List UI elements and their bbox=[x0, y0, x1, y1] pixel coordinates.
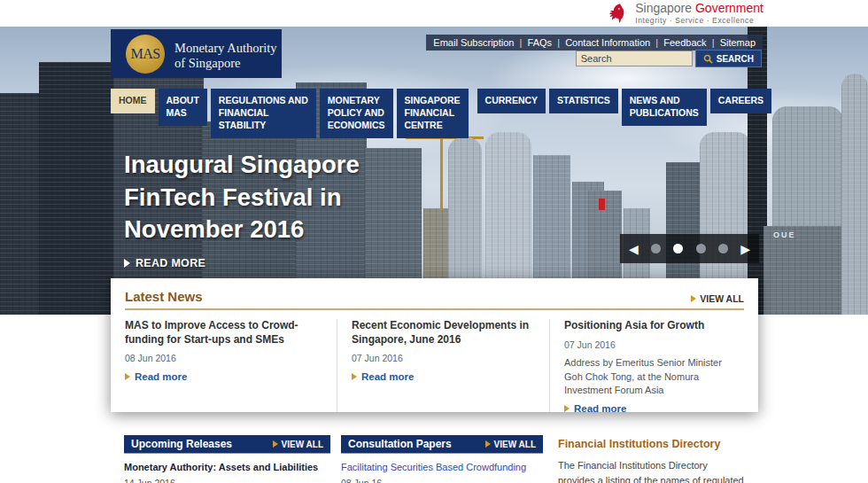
news-article: MAS to Improve Access to Crowd-funding f… bbox=[125, 319, 337, 412]
link-feedback[interactable]: Feedback bbox=[663, 37, 719, 48]
article-read-more[interactable]: Read more bbox=[564, 403, 732, 412]
arrow-right-icon bbox=[124, 259, 130, 268]
read-more-label: Read more bbox=[574, 403, 626, 412]
article-read-more[interactable]: Read more bbox=[125, 371, 324, 382]
search-bar: SEARCH bbox=[576, 50, 762, 67]
article-excerpt: Address by Emeritus Senior Minister Goh … bbox=[564, 356, 732, 399]
search-icon bbox=[703, 54, 713, 64]
link-faqs[interactable]: FAQs bbox=[528, 37, 566, 48]
carousel-prev-icon[interactable]: ◀ bbox=[629, 243, 639, 255]
arrow-right-icon bbox=[273, 440, 278, 448]
consultation-papers-view-all[interactable]: VIEW ALL bbox=[485, 440, 536, 449]
utility-links-bar: Email SubscriptionFAQsContact Informatio… bbox=[426, 35, 763, 51]
singapore-government-logo: Singapore Government Integrity · Service… bbox=[605, 2, 763, 26]
latest-news-header: Latest News VIEW ALL bbox=[125, 289, 744, 310]
nav-singapore-financial-centre[interactable]: SINGAPORE FINANCIAL CENTRE bbox=[397, 89, 469, 138]
gov-tagline: Integrity · Service · Excellence bbox=[635, 16, 763, 25]
link-contact-information[interactable]: Contact Information bbox=[565, 37, 663, 48]
read-more-label: Read more bbox=[361, 371, 414, 382]
financial-institutions-directory-section: Financial Institutions Directory The Fin… bbox=[558, 435, 760, 483]
consultation-item-link[interactable]: Facilitating Securities Based Crowdfundi… bbox=[341, 462, 543, 472]
nav-monetary-policy-economics[interactable]: MONETARY POLICY AND ECONOMICS bbox=[320, 89, 393, 138]
mas-homepage: Singapore Government Integrity · Service… bbox=[0, 0, 868, 483]
article-title[interactable]: Recent Economic Developments in Singapor… bbox=[352, 319, 537, 347]
nav-careers[interactable]: CAREERS bbox=[710, 89, 771, 113]
upcoming-releases-section: Upcoming Releases VIEW ALL Monetary Auth… bbox=[124, 435, 330, 483]
building-logo bbox=[599, 199, 605, 210]
nav-home[interactable]: HOME bbox=[111, 89, 155, 113]
latest-news-articles: MAS to Improve Access to Crowd-funding f… bbox=[125, 319, 744, 412]
fi-directory-title[interactable]: Financial Institutions Directory bbox=[558, 438, 760, 450]
carousel-dot-1[interactable] bbox=[651, 244, 661, 253]
main-nav: HOME ABOUT MAS REGULATIONS AND FINANCIAL… bbox=[111, 89, 771, 138]
link-sitemap[interactable]: Sitemap bbox=[720, 37, 756, 48]
read-more-label: Read more bbox=[135, 371, 187, 382]
hero-read-more-label: READ MORE bbox=[136, 257, 205, 269]
arrow-right-icon bbox=[485, 440, 491, 448]
link-email-subscription[interactable]: Email Subscription bbox=[433, 37, 527, 48]
building bbox=[0, 93, 41, 315]
consultation-papers-section: Consultation Papers VIEW ALL Facilitatin… bbox=[341, 435, 543, 483]
consultation-item-date: 08 Jun 16 bbox=[341, 478, 543, 483]
news-article: Recent Economic Developments in Singapor… bbox=[337, 319, 550, 412]
lion-icon bbox=[605, 2, 628, 26]
carousel-controls: ◀ ▶ bbox=[620, 234, 759, 263]
building bbox=[39, 62, 115, 315]
latest-news-title: Latest News bbox=[125, 289, 203, 304]
carousel-dot-4[interactable] bbox=[718, 244, 728, 253]
mas-logo[interactable]: MAS Monetary Authority of Singapore bbox=[111, 29, 282, 78]
arrow-right-icon bbox=[352, 373, 357, 380]
release-item-title[interactable]: Monetary Authority: Assets and Liabiliti… bbox=[124, 462, 330, 472]
article-date: 07 Jun 2016 bbox=[352, 353, 537, 363]
gov-name-gray: Singapore bbox=[635, 1, 692, 15]
search-button[interactable]: SEARCH bbox=[695, 50, 762, 67]
hero-title: Inaugural Singapore FinTech Festival in … bbox=[124, 149, 360, 246]
hero-read-more[interactable]: READ MORE bbox=[124, 257, 205, 269]
latest-news-card: Latest News VIEW ALL MAS to Improve Acce… bbox=[111, 278, 758, 412]
search-button-label: SEARCH bbox=[717, 54, 754, 64]
release-item-date: 14 Jun 2016 bbox=[124, 478, 330, 483]
mas-abbr: MAS bbox=[130, 46, 159, 62]
oue-building-sign: OUE bbox=[773, 230, 796, 239]
carousel-next-icon[interactable]: ▶ bbox=[740, 243, 750, 255]
nav-regulations-financial-stability[interactable]: REGULATIONS AND FINANCIAL STABILITY bbox=[211, 89, 316, 138]
search-input[interactable] bbox=[576, 51, 693, 66]
news-article: Positioning Asia for Growth 07 Jun 2016 … bbox=[550, 319, 744, 412]
gov-name-red: Government bbox=[695, 1, 763, 15]
upcoming-releases-header: Upcoming Releases VIEW ALL bbox=[124, 435, 330, 454]
mas-logo-text: Monetary Authority of Singapore bbox=[174, 41, 277, 71]
arrow-right-icon bbox=[125, 373, 130, 380]
view-all-label: VIEW ALL bbox=[700, 293, 744, 304]
nav-currency[interactable]: CURRENCY bbox=[477, 89, 546, 113]
article-title[interactable]: MAS to Improve Access to Crowd-funding f… bbox=[125, 319, 324, 347]
arrow-right-icon bbox=[564, 405, 570, 412]
mas-logo-circle: MAS bbox=[126, 35, 165, 74]
fi-directory-body: The Financial Institutions Directory pro… bbox=[558, 458, 746, 483]
gov-strip: Singapore Government Integrity · Service… bbox=[0, 0, 868, 27]
article-title[interactable]: Positioning Asia for Growth bbox=[564, 319, 732, 333]
section-title: Upcoming Releases bbox=[131, 438, 232, 450]
gov-text: Singapore Government Integrity · Service… bbox=[635, 2, 763, 25]
nav-about-mas[interactable]: ABOUT MAS bbox=[159, 89, 207, 126]
view-all-label: VIEW ALL bbox=[282, 440, 323, 449]
crane-icon bbox=[440, 137, 443, 210]
consultation-papers-header: Consultation Papers VIEW ALL bbox=[341, 435, 543, 454]
nav-statistics[interactable]: STATISTICS bbox=[549, 89, 618, 113]
view-all-label: VIEW ALL bbox=[494, 440, 536, 449]
article-read-more[interactable]: Read more bbox=[352, 371, 537, 382]
article-date: 07 Jun 2016 bbox=[564, 339, 732, 350]
article-date: 08 Jun 2016 bbox=[125, 353, 324, 363]
carousel-dot-3[interactable] bbox=[696, 244, 706, 253]
carousel-dot-2-active[interactable] bbox=[673, 244, 683, 253]
section-title: Consultation Papers bbox=[348, 438, 452, 450]
building bbox=[841, 74, 868, 315]
arrow-right-icon bbox=[691, 295, 696, 302]
nav-news-publications[interactable]: NEWS AND PUBLICATIONS bbox=[622, 89, 707, 126]
upcoming-releases-view-all[interactable]: VIEW ALL bbox=[273, 440, 323, 449]
latest-news-view-all[interactable]: VIEW ALL bbox=[691, 293, 744, 304]
